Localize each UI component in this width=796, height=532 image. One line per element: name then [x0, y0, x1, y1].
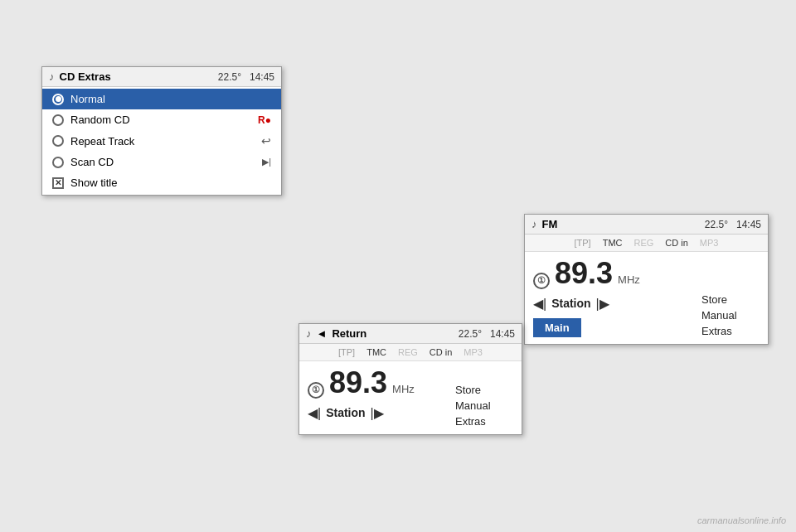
- return-freq-row: ① 89.3 MHz: [308, 368, 447, 399]
- return-right-col: Store Manual Extras: [455, 361, 522, 434]
- menu-item-title-left: ✕ Show title: [52, 177, 117, 189]
- cd-extras-title: CD Extras: [60, 70, 111, 83]
- scan-badge: ▶|: [262, 157, 271, 167]
- fm-controls-row: ◀| Station |▶: [533, 296, 693, 312]
- return-left-col: ① 89.3 MHz ◀| Station |▶: [299, 361, 455, 434]
- fm-status-bar: [TP] TMC REG CD in MP3: [525, 235, 768, 252]
- cd-extras-header-left: ♪ CD Extras: [49, 70, 111, 83]
- return-header-left: ♪ ◄ Return: [306, 327, 366, 340]
- return-body: ① 89.3 MHz ◀| Station |▶ Store Manual Ex…: [299, 361, 522, 434]
- menu-item-random-cd[interactable]: Random CD R●: [42, 109, 281, 130]
- menu-item-repeat-track[interactable]: Repeat Track ↩: [42, 130, 281, 152]
- repeat-badge: ↩: [261, 134, 271, 148]
- return-header-right: 22.5° 14:45: [459, 328, 515, 340]
- fm-station-label: Station: [551, 297, 590, 310]
- return-status-reg: REG: [398, 347, 418, 357]
- cd-extras-header-right: 22.5° 14:45: [218, 71, 274, 83]
- random-badge: R●: [258, 114, 271, 126]
- fm-music-icon: ♪: [531, 218, 537, 230]
- menu-item-scan-cd[interactable]: Scan CD ▶|: [42, 152, 281, 172]
- fm-right-col: Store Manual Extras: [701, 252, 768, 344]
- return-status-mp3: MP3: [464, 347, 483, 357]
- fm-status-tmc: TMC: [603, 238, 623, 248]
- return-prev-button[interactable]: ◀|: [308, 405, 321, 421]
- fm-panel: ♪ FM 22.5° 14:45 [TP] TMC REG CD in MP3 …: [524, 214, 769, 345]
- return-circle-num: ①: [308, 382, 324, 399]
- menu-label-random: Random CD: [70, 114, 130, 126]
- menu-item-repeat-left: Repeat Track: [52, 135, 134, 148]
- fm-main-button[interactable]: Main: [533, 318, 581, 337]
- fm-header-right: 22.5° 14:45: [705, 219, 761, 230]
- fm-circle-num: ①: [533, 273, 550, 289]
- watermark: carmanualsonline.info: [697, 515, 786, 525]
- checkbox-show-title: ✕: [52, 177, 64, 189]
- menu-item-normal-left: Normal: [52, 93, 105, 105]
- cd-extras-header: ♪ CD Extras 22.5° 14:45: [42, 67, 281, 87]
- return-temp: 22.5°: [459, 328, 482, 340]
- fm-status-mp3: MP3: [700, 238, 719, 248]
- return-title[interactable]: Return: [332, 327, 366, 340]
- fm-status-cdin: CD in: [665, 238, 688, 248]
- fm-manual-button[interactable]: Manual: [701, 309, 761, 322]
- return-arrow-icon: ◄: [317, 327, 328, 340]
- fm-title: FM: [542, 218, 558, 230]
- menu-item-normal[interactable]: Normal: [42, 89, 281, 109]
- return-status-bar: [TP] TMC REG CD in MP3: [299, 344, 522, 361]
- fm-store-button[interactable]: Store: [701, 293, 761, 306]
- fm-status-reg: REG: [634, 238, 654, 248]
- radio-repeat: [52, 135, 64, 147]
- fm-frequency: 89.3: [555, 259, 613, 288]
- fm-header-left: ♪ FM: [531, 218, 557, 230]
- fm-time: 14:45: [736, 219, 761, 230]
- return-next-button[interactable]: |▶: [371, 405, 384, 421]
- fm-next-button[interactable]: |▶: [596, 296, 609, 312]
- menu-item-random-left: Random CD: [52, 114, 130, 126]
- fm-body: ① 89.3 MHz ◀| Station |▶ Main Store Manu…: [525, 252, 768, 344]
- return-unit: MHz: [392, 383, 415, 395]
- cd-extras-menu: Normal Random CD R● Repeat Track ↩ Scan …: [42, 87, 281, 195]
- return-controls-row: ◀| Station |▶: [308, 405, 447, 421]
- fm-bottom-row: Main: [533, 318, 693, 337]
- return-status-cdin: CD in: [430, 347, 453, 357]
- cd-extras-time: 14:45: [250, 71, 274, 83]
- menu-item-scan-left: Scan CD: [52, 156, 114, 168]
- return-status-tmc: TMC: [366, 347, 386, 357]
- return-status-tp: [TP]: [338, 347, 355, 357]
- cd-extras-panel: ♪ CD Extras 22.5° 14:45 Normal Random CD…: [41, 66, 282, 196]
- menu-label-normal: Normal: [70, 93, 105, 105]
- radio-normal: [52, 94, 64, 105]
- return-frequency: 89.3: [329, 368, 387, 398]
- radio-random: [52, 114, 64, 126]
- return-store-button[interactable]: Store: [455, 384, 515, 396]
- music-icon: ♪: [49, 70, 55, 83]
- return-header: ♪ ◄ Return 22.5° 14:45: [299, 324, 522, 344]
- fm-freq-row: ① 89.3 MHz: [533, 259, 693, 289]
- return-manual-button[interactable]: Manual: [455, 399, 515, 412]
- radio-scan: [52, 157, 64, 168]
- menu-item-show-title[interactable]: ✕ Show title: [42, 172, 281, 193]
- return-station-label: Station: [326, 406, 365, 419]
- menu-label-repeat: Repeat Track: [70, 135, 134, 148]
- fm-unit: MHz: [618, 273, 640, 286]
- menu-label-show-title: Show title: [70, 177, 117, 189]
- return-music-icon: ♪: [306, 327, 312, 340]
- fm-prev-button[interactable]: ◀|: [533, 296, 546, 312]
- return-panel: ♪ ◄ Return 22.5° 14:45 [TP] TMC REG CD i…: [298, 323, 522, 435]
- fm-left-col: ① 89.3 MHz ◀| Station |▶ Main: [525, 252, 701, 344]
- fm-status-tp: [TP]: [575, 238, 591, 248]
- return-extras-button[interactable]: Extras: [455, 415, 515, 428]
- return-time: 14:45: [490, 328, 515, 340]
- fm-temp: 22.5°: [705, 219, 728, 230]
- fm-extras-button[interactable]: Extras: [701, 325, 761, 337]
- cd-extras-temp: 22.5°: [218, 71, 241, 83]
- menu-label-scan: Scan CD: [70, 156, 114, 168]
- fm-header: ♪ FM 22.5° 14:45: [525, 215, 768, 235]
